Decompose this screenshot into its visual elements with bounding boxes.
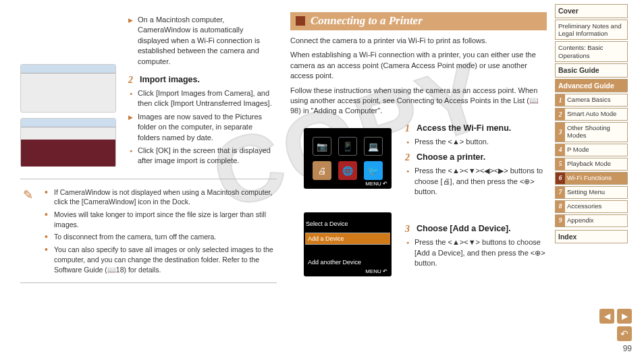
step-number-2: 2	[128, 75, 138, 86]
right-step1-b1: Press the <▲> button.	[405, 137, 547, 147]
screenshot-camerawindow-2	[20, 118, 116, 167]
nav-camera-basics[interactable]: 1 Camera Basics	[555, 94, 628, 107]
nav-label-5: Playback Mode	[565, 158, 627, 170]
twitter-icon: 🐦	[364, 161, 383, 180]
nav-num-4: 4	[556, 144, 565, 156]
nav-num-2: 2	[556, 109, 565, 120]
intro-3: Follow these instructions when using the…	[290, 86, 547, 117]
nav-setting-menu[interactable]: 7 Setting Menu	[555, 186, 628, 199]
screenshot-camerawindow-1	[20, 64, 116, 113]
camera-screen-select-device: Select a Device Add a Device Add another…	[304, 212, 392, 276]
nav-playback-mode[interactable]: 5 Playback Mode	[555, 158, 628, 171]
add-another-device-item: Add another Device	[305, 257, 390, 268]
right-step2-title: Choose a printer.	[417, 152, 485, 162]
menu-indicator-2: MENU ↶	[365, 268, 387, 274]
note-3: To disconnect from the camera, turn off …	[45, 232, 277, 242]
nav-contents[interactable]: Contents: Basic Operations	[555, 41, 628, 62]
nav-num-7: 7	[556, 187, 565, 198]
nav-p-mode[interactable]: 4 P Mode	[555, 144, 628, 156]
sidebar-nav: Cover Preliminary Notes and Legal Inform…	[554, 0, 630, 360]
nav-accessories[interactable]: 8 Accessories	[555, 200, 628, 213]
nav-label-1: Camera Basics	[565, 94, 627, 106]
note-2: Movies will take longer to import since …	[45, 210, 277, 229]
nav-index[interactable]: Index	[555, 230, 628, 244]
right-step2-b1: Press the <▲><▼><◀><▶> buttons to choose…	[405, 166, 547, 197]
nav-smart-auto[interactable]: 2 Smart Auto Mode	[555, 108, 628, 121]
right-step2-num: 2	[405, 152, 414, 163]
camera-screen-wifi-menu: 📷 📱 💻 🖨 🌐 🐦 MENU ↶	[304, 128, 392, 189]
nav-label-3: Other Shooting Modes	[565, 123, 627, 142]
nav-num-3: 3	[556, 123, 565, 142]
printer-icon: 🖨	[313, 161, 331, 180]
note-box: ✎ If CameraWindow is not displayed when …	[20, 179, 277, 284]
computer-icon: 💻	[364, 137, 383, 156]
note-1: If CameraWindow is not displayed when us…	[45, 187, 277, 207]
nav-label-7: Setting Menu	[565, 187, 627, 198]
nav-advanced-guide[interactable]: Advanced Guide	[555, 79, 628, 93]
nav-num-1: 1	[556, 94, 565, 106]
nav-basic-guide[interactable]: Basic Guide	[555, 63, 628, 78]
left-intro-text: On a Macintosh computer, CameraWindow is…	[128, 15, 277, 67]
intro-2: When establishing a Wi-Fi connection wit…	[290, 50, 547, 81]
right-step3-title: Choose [Add a Device].	[417, 224, 511, 233]
add-device-item: Add a Device	[305, 233, 390, 245]
step2-bullet-2: Images are now saved to the Pictures fol…	[128, 112, 277, 143]
nav-label-6: Wi-Fi Functions	[565, 173, 627, 184]
left-column: On a Macintosh computer, CameraWindow is…	[0, 0, 284, 360]
nav-label-9: Appendix	[565, 215, 627, 227]
intro-1: Connect the camera to a printer via Wi-F…	[290, 36, 547, 46]
nav-num-5: 5	[556, 158, 565, 170]
nav-other-shooting[interactable]: 3 Other Shooting Modes	[555, 122, 628, 142]
nav-label-4: P Mode	[565, 144, 627, 156]
select-device-title: Select a Device	[302, 220, 394, 227]
nav-num-9: 9	[556, 215, 565, 227]
nav-appendix[interactable]: 9 Appendix	[555, 214, 628, 227]
nav-label-8: Accessories	[565, 201, 627, 212]
right-column: Connecting to a Printer Connect the came…	[284, 0, 554, 360]
nav-label-2: Smart Auto Mode	[565, 109, 627, 120]
camera-icon: 📷	[313, 137, 331, 156]
image-gateway-icon: 🌐	[338, 161, 357, 180]
menu-indicator: MENU ↶	[365, 181, 387, 187]
right-step1-title: Access the Wi-Fi menu.	[417, 123, 511, 133]
phone-icon: 📱	[338, 137, 357, 156]
right-step1-num: 1	[405, 123, 414, 134]
nav-num-8: 8	[556, 201, 565, 212]
note-4: You can also specify to save all images …	[45, 245, 277, 274]
pencil-icon: ✎	[23, 186, 33, 204]
nav-num-6: 6	[556, 173, 565, 184]
step2-bullet-3: Click [OK] in the screen that is display…	[128, 146, 277, 167]
right-step3-b1: Press the <▲><▼> buttons to choose [Add …	[405, 237, 547, 268]
right-step3-num: 3	[405, 224, 414, 235]
step2-bullet-1: Click [Import Images from Camera], and t…	[128, 88, 277, 109]
nav-preliminary[interactable]: Preliminary Notes and Legal Information	[555, 20, 628, 40]
section-title: Connecting to a Printer	[290, 12, 547, 30]
nav-cover[interactable]: Cover	[555, 4, 628, 18]
step-title-import: Import images.	[140, 75, 200, 84]
nav-wifi-functions[interactable]: 6 Wi-Fi Functions	[555, 172, 628, 185]
